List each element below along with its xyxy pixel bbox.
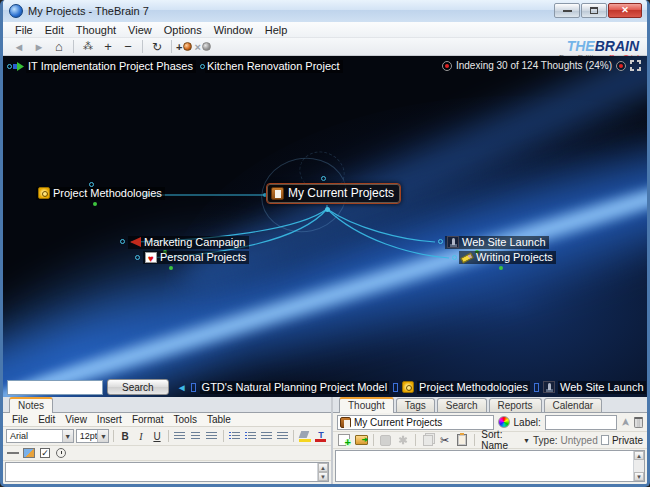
history-item[interactable]: GTD's Natural Planning Project Model	[200, 381, 390, 394]
numbered-list-button[interactable]	[243, 429, 257, 443]
thought-project-methodologies[interactable]: Project Methodologies	[36, 187, 165, 200]
bullet-list-button[interactable]	[227, 429, 241, 443]
private-checkbox[interactable]	[601, 435, 609, 445]
children-dot-icon[interactable]	[169, 266, 173, 270]
scroll-up-icon[interactable]: ▲	[318, 463, 328, 472]
history-back-icon[interactable]: ◄	[177, 382, 187, 393]
attachment-list[interactable]: ▲▼	[335, 450, 645, 482]
menu-edit[interactable]: Edit	[39, 23, 70, 37]
outdent-button[interactable]	[259, 429, 273, 443]
tab-reports[interactable]: Reports	[489, 398, 542, 412]
search-input[interactable]	[7, 380, 103, 395]
forward-button[interactable]: ►	[31, 39, 47, 54]
add-attachment-button[interactable]	[337, 433, 351, 447]
minimize-button[interactable]	[554, 3, 580, 18]
tab-tags[interactable]: Tags	[396, 398, 435, 412]
font-color-button[interactable]: T	[314, 429, 328, 443]
tab-notes[interactable]: Notes	[9, 397, 53, 413]
scroll-down-icon[interactable]: ▼	[318, 472, 328, 481]
gate-icon[interactable]	[321, 176, 326, 181]
color-wheel-icon[interactable]	[498, 416, 510, 428]
notes-menu-file[interactable]: File	[7, 414, 33, 425]
menu-thought[interactable]: Thought	[70, 23, 122, 37]
font-size-value: 12pt	[80, 431, 98, 441]
children-dot-icon[interactable]	[499, 266, 503, 270]
bold-button[interactable]: B	[118, 429, 132, 443]
notes-menu-insert[interactable]: Insert	[92, 414, 127, 425]
gate-icon[interactable]	[7, 64, 12, 69]
menu-help[interactable]: Help	[259, 23, 294, 37]
highlight-button[interactable]	[298, 429, 312, 443]
notes-menu-table[interactable]: Table	[202, 414, 236, 425]
thought-web-site-launch[interactable]: Web Site Launch	[445, 236, 549, 249]
refresh-button[interactable]: ↻	[149, 39, 165, 54]
delete-button[interactable]: ✱	[396, 433, 410, 447]
child-gate-icon[interactable]	[325, 207, 330, 212]
pin-thought-2[interactable]: Kitchen Renovation Project	[205, 60, 343, 73]
dart-icon[interactable]: ➤	[619, 417, 632, 426]
notes-scrollbar[interactable]: ▲▼	[317, 463, 328, 481]
scroll-down-icon[interactable]: ▼	[634, 472, 644, 481]
sort-selector[interactable]: Sort: Name	[481, 429, 520, 451]
insert-image-button[interactable]	[22, 446, 36, 460]
back-button[interactable]: ◄	[11, 39, 27, 54]
notes-editor[interactable]: ▲▼	[5, 462, 329, 482]
gate-icon[interactable]	[135, 255, 140, 260]
checkbox-button[interactable]: ✓	[38, 446, 52, 460]
gate-icon[interactable]	[452, 255, 457, 260]
scroll-up-icon[interactable]: ▲	[634, 451, 644, 460]
zoom-out-button[interactable]: −	[120, 39, 136, 54]
copy-button[interactable]	[421, 433, 435, 447]
open-folder-button[interactable]	[354, 433, 368, 447]
tab-search[interactable]: Search	[437, 398, 487, 412]
indent-button[interactable]	[275, 429, 289, 443]
font-size-select[interactable]: 12pt ▼	[76, 429, 110, 443]
thought-name-field[interactable]: My Current Projects	[337, 415, 494, 430]
notes-menu-edit[interactable]: Edit	[33, 414, 60, 425]
underline-button[interactable]: U	[150, 429, 164, 443]
thought-my-current-projects-active[interactable]: My Current Projects	[266, 183, 401, 204]
fullscreen-icon[interactable]	[630, 60, 641, 71]
thought-writing-projects[interactable]: Writing Projects	[459, 251, 556, 264]
notes-menu-format[interactable]: Format	[127, 414, 169, 425]
thought-marketing-campaign[interactable]: Marketing Campaign	[128, 236, 249, 249]
tab-calendar[interactable]: Calendar	[544, 398, 603, 412]
menu-file[interactable]: File	[9, 23, 39, 37]
paste-button[interactable]	[455, 433, 469, 447]
align-right-button[interactable]	[205, 429, 219, 443]
home-button[interactable]: ⌂	[51, 39, 67, 54]
history-item[interactable]: Project Methodologies	[402, 381, 530, 394]
font-family-select[interactable]: Arial ▼	[6, 429, 74, 443]
pin-thought-button[interactable]: ⁂	[80, 39, 96, 54]
gate-icon[interactable]	[438, 239, 443, 244]
menu-view[interactable]: View	[122, 23, 158, 37]
maximize-button[interactable]	[581, 3, 607, 18]
align-left-button[interactable]	[173, 429, 187, 443]
add-brain-button[interactable]: +	[176, 39, 192, 54]
thought-personal-projects[interactable]: ♥ Personal Projects	[143, 251, 249, 264]
gate-icon[interactable]	[120, 239, 125, 244]
horizontal-rule-button[interactable]	[6, 446, 20, 460]
children-dot-icon[interactable]	[93, 202, 97, 206]
plex-canvas[interactable]: IT Implementation Project Phases Kitchen…	[3, 56, 647, 397]
notes-menu-view[interactable]: View	[60, 414, 92, 425]
italic-button[interactable]: I	[134, 429, 148, 443]
close-brain-button[interactable]: ×	[194, 39, 210, 54]
toolbar-separator	[73, 40, 74, 53]
zoom-in-button[interactable]: +	[100, 39, 116, 54]
properties-button[interactable]	[379, 433, 393, 447]
cut-button[interactable]: ✂	[438, 433, 452, 447]
align-center-button[interactable]	[189, 429, 203, 443]
history-item[interactable]: Web Site Launch	[543, 381, 646, 394]
notes-menu-tools[interactable]: Tools	[169, 414, 202, 425]
timestamp-button[interactable]	[54, 446, 68, 460]
close-button[interactable]: ✕	[608, 3, 642, 18]
menu-window[interactable]: Window	[208, 23, 259, 37]
label-field[interactable]	[545, 415, 617, 430]
menu-options[interactable]: Options	[158, 23, 208, 37]
attachment-scrollbar[interactable]: ▲▼	[633, 451, 644, 481]
search-button[interactable]: Search	[107, 379, 169, 395]
pin-thought-1[interactable]: IT Implementation Project Phases	[26, 60, 196, 73]
trash-icon[interactable]	[634, 417, 643, 428]
tab-thought[interactable]: Thought	[339, 397, 394, 413]
